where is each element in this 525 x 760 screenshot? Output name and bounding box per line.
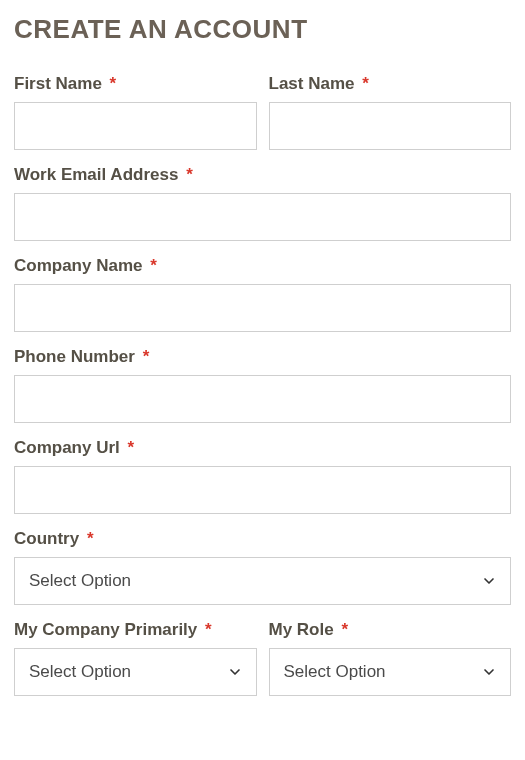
label-work-email: Work Email Address *	[14, 164, 511, 187]
my-role-select[interactable]: Select Option	[269, 648, 512, 696]
row-first-last-name: First Name * Last Name *	[14, 73, 511, 150]
group-phone: Phone Number *	[14, 346, 511, 423]
phone-field[interactable]	[14, 375, 511, 423]
required-asterisk: *	[186, 165, 193, 184]
company-url-field[interactable]	[14, 466, 511, 514]
required-asterisk: *	[87, 529, 94, 548]
label-work-email-text: Work Email Address	[14, 165, 178, 184]
required-asterisk: *	[143, 347, 150, 366]
country-select[interactable]: Select Option	[14, 557, 511, 605]
group-company-url: Company Url *	[14, 437, 511, 514]
label-company-name: Company Name *	[14, 255, 511, 278]
first-name-field[interactable]	[14, 102, 257, 150]
label-country-text: Country	[14, 529, 79, 548]
label-company-primarily: My Company Primarily *	[14, 619, 257, 642]
group-first-name: First Name *	[14, 73, 257, 150]
company-primarily-select[interactable]: Select Option	[14, 648, 257, 696]
label-first-name: First Name *	[14, 73, 257, 96]
group-last-name: Last Name *	[269, 73, 512, 150]
label-phone-text: Phone Number	[14, 347, 135, 366]
label-my-role: My Role *	[269, 619, 512, 642]
label-phone: Phone Number *	[14, 346, 511, 369]
row-phone: Phone Number *	[14, 346, 511, 423]
company-name-field[interactable]	[14, 284, 511, 332]
label-last-name-text: Last Name	[269, 74, 355, 93]
label-last-name: Last Name *	[269, 73, 512, 96]
group-company-primarily: My Company Primarily * Select Option	[14, 619, 257, 696]
group-company-name: Company Name *	[14, 255, 511, 332]
row-company-role: My Company Primarily * Select Option My …	[14, 619, 511, 696]
required-asterisk: *	[362, 74, 369, 93]
label-first-name-text: First Name	[14, 74, 102, 93]
required-asterisk: *	[110, 74, 117, 93]
work-email-field[interactable]	[14, 193, 511, 241]
my-role-select-wrap: Select Option	[269, 648, 512, 696]
group-my-role: My Role * Select Option	[269, 619, 512, 696]
label-company-url: Company Url *	[14, 437, 511, 460]
required-asterisk: *	[205, 620, 212, 639]
row-country: Country * Select Option	[14, 528, 511, 605]
group-work-email: Work Email Address *	[14, 164, 511, 241]
row-company-url: Company Url *	[14, 437, 511, 514]
row-work-email: Work Email Address *	[14, 164, 511, 241]
group-country: Country * Select Option	[14, 528, 511, 605]
company-primarily-select-wrap: Select Option	[14, 648, 257, 696]
last-name-field[interactable]	[269, 102, 512, 150]
country-select-wrap: Select Option	[14, 557, 511, 605]
label-company-primarily-text: My Company Primarily	[14, 620, 197, 639]
required-asterisk: *	[150, 256, 157, 275]
required-asterisk: *	[341, 620, 348, 639]
label-company-url-text: Company Url	[14, 438, 120, 457]
required-asterisk: *	[128, 438, 135, 457]
row-company-name: Company Name *	[14, 255, 511, 332]
label-company-name-text: Company Name	[14, 256, 142, 275]
label-my-role-text: My Role	[269, 620, 334, 639]
page-title: CREATE AN ACCOUNT	[14, 14, 511, 45]
label-country: Country *	[14, 528, 511, 551]
